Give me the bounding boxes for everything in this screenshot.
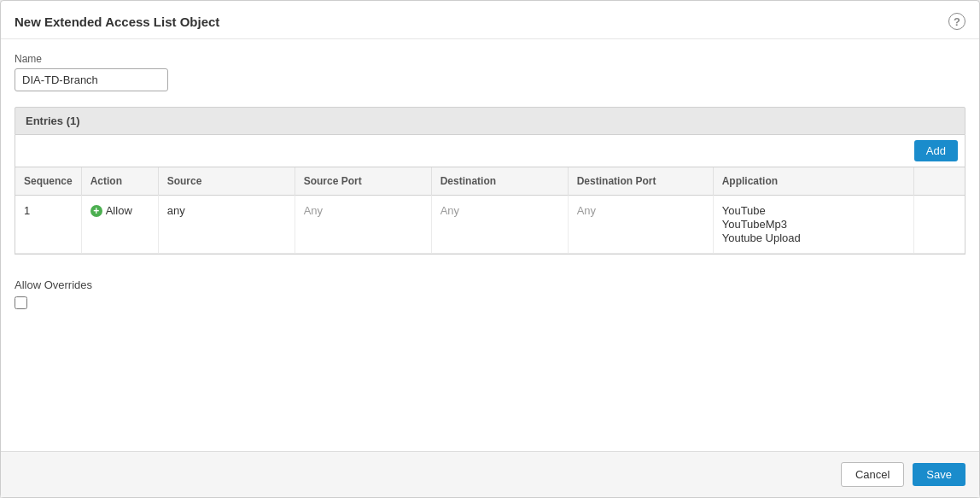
table-header-row: Sequence Action Source Source Port Desti… <box>15 167 965 196</box>
edit-row-button[interactable] <box>942 204 946 221</box>
col-controls <box>913 167 965 196</box>
col-application: Application <box>713 167 913 196</box>
cell-source-port: Any <box>295 196 431 254</box>
app-item: YouTubeMp3 <box>722 218 905 231</box>
dialog-footer: Cancel Save <box>1 451 979 497</box>
save-button[interactable]: Save <box>913 463 965 486</box>
entries-header: Entries (1) <box>15 107 965 135</box>
allow-overrides-label: Allow Overrides <box>15 278 965 291</box>
col-destination-port: Destination Port <box>568 167 713 196</box>
entries-toolbar: Add <box>15 135 965 167</box>
app-item: Youtube Upload <box>722 231 905 244</box>
name-label: Name <box>15 53 965 65</box>
col-source-port: Source Port <box>295 167 431 196</box>
add-button[interactable]: Add <box>914 140 958 161</box>
cell-controls <box>913 196 965 254</box>
allow-overrides-section: Allow Overrides <box>15 278 965 309</box>
cell-sequence: 1 <box>15 196 81 254</box>
col-action: Action <box>81 167 158 196</box>
dialog-body: Name Entries (1) Add Sequence Action Sou… <box>1 39 979 451</box>
dialog-container: New Extended Access List Object ? Name E… <box>0 0 980 498</box>
col-destination: Destination <box>431 167 568 196</box>
table-container: Sequence Action Source Source Port Desti… <box>15 167 965 255</box>
table-row: 1AllowanyAnyAnyAnyYouTubeYouTubeMp3Youtu… <box>15 196 965 254</box>
delete-row-button[interactable] <box>953 204 956 221</box>
col-sequence: Sequence <box>15 167 81 196</box>
col-source: Source <box>158 167 295 196</box>
entries-section: Entries (1) Add Sequence Action Source S… <box>15 107 965 255</box>
entries-table: Sequence Action Source Source Port Desti… <box>15 167 965 254</box>
name-input[interactable] <box>15 68 168 91</box>
cell-destination: Any <box>431 196 568 254</box>
dialog-header: New Extended Access List Object ? <box>1 1 979 39</box>
allow-overrides-wrapper <box>15 296 965 309</box>
app-item: YouTube <box>722 204 905 217</box>
table-body: 1AllowanyAnyAnyAnyYouTubeYouTubeMp3Youtu… <box>15 196 965 254</box>
cell-application: YouTubeYouTubeMp3Youtube Upload <box>713 196 913 254</box>
cell-destination-port: Any <box>568 196 713 254</box>
allow-icon <box>90 205 102 217</box>
action-label: Allow <box>106 204 132 217</box>
help-icon[interactable]: ? <box>948 13 965 30</box>
cancel-button[interactable]: Cancel <box>841 462 904 487</box>
cell-action: Allow <box>81 196 158 254</box>
dialog-title: New Extended Access List Object <box>15 15 219 29</box>
allow-overrides-checkbox[interactable] <box>15 296 27 309</box>
cell-source: any <box>158 196 295 254</box>
